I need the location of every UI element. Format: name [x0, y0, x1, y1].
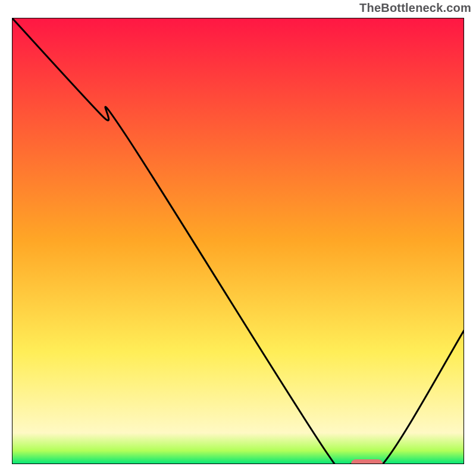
watermark-text: TheBottleneck.com [359, 1, 471, 15]
plot-area [12, 18, 464, 464]
chart-svg [12, 18, 464, 464]
optimal-marker [351, 459, 383, 464]
chart-container: TheBottleneck.com [0, 0, 476, 476]
gradient-fill [12, 18, 464, 464]
